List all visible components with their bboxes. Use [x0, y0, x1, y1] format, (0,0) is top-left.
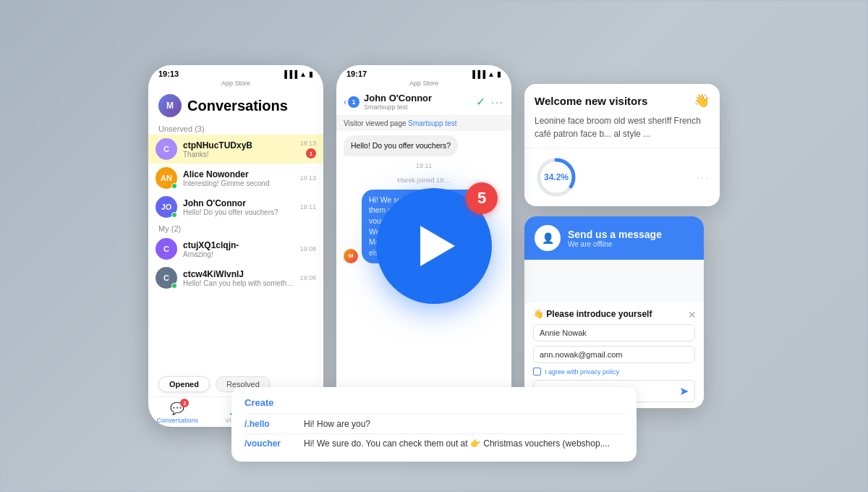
conv-badge-0: 1	[306, 148, 316, 158]
conv-name-3: ctujXQ1clqjn-	[183, 240, 294, 250]
conv-info-3: ctujXQ1clqjn- Amazing!	[183, 240, 294, 258]
online-dot-4	[171, 283, 177, 289]
back-chevron: ‹	[344, 97, 346, 107]
card-more-dots[interactable]: ···	[697, 171, 710, 183]
phone-conversations: 19:13 ▐▐▐ ▲ ▮ App Store M Conversations …	[148, 65, 323, 427]
card-contact-text: Send us a message We are offline	[568, 229, 662, 248]
message-0: Hello! Do you offer vouchers?	[344, 135, 458, 156]
conv-avatar-0: C	[156, 138, 177, 160]
wifi-icon-2: ▲	[488, 70, 495, 78]
privacy-label: I agree with privacy policy	[545, 368, 619, 376]
tab-conversations[interactable]: 💬 2 Conversations	[148, 402, 207, 424]
name-input[interactable]	[533, 324, 695, 342]
conv-meta-0: 19:13 1	[299, 140, 316, 158]
status-bar-2: 19:17 ▐▐▐ ▲ ▮	[336, 65, 511, 80]
card-contact-header: 👤 Send us a message We are offline	[524, 216, 704, 260]
card-contact-subtitle: We are offline	[568, 240, 662, 248]
play-button[interactable]: 5	[376, 188, 492, 304]
signal-icon: ▐▐▐	[282, 70, 297, 78]
conv-avatar-4: C	[156, 267, 177, 289]
online-dot-2	[171, 212, 177, 218]
conv-info-4: ctcw4KiWlvnlJ Hello! Can you help with s…	[183, 269, 294, 287]
msg-time: 19:11	[344, 161, 504, 171]
privacy-checkbox[interactable]	[533, 368, 541, 376]
time-2: 19:17	[346, 69, 367, 78]
conv-meta-3: 19:08	[299, 245, 316, 253]
card-welcome-title: Welcome new visitors	[535, 95, 647, 107]
conv-preview-4: Hello! Can you help with something?	[183, 279, 294, 287]
card-welcome-preview: Leonine face broom old west sheriff Fren…	[524, 114, 720, 148]
shortcut-row-1[interactable]: /voucher Hi! We sure do. You can check t…	[244, 433, 624, 453]
shortcuts-panel: Create /.hello Hi! How are you? /voucher…	[231, 387, 637, 462]
app-store-bar-1: App Store	[148, 80, 323, 88]
conv-info-2: John O'Connor Hello! Do you offer vouche…	[183, 198, 294, 216]
visitor-bar: Visitor viewed page Smartsupp test	[336, 116, 511, 131]
privacy-row: I agree with privacy policy	[533, 368, 695, 376]
shortcut-row-0[interactable]: /.hello Hi! How are you?	[244, 414, 624, 433]
tab-opened[interactable]: Opened	[158, 376, 210, 392]
progress-ring: 34.2%	[535, 156, 578, 199]
conversations-title: Conversations	[187, 98, 288, 114]
wifi-icon: ▲	[299, 70, 307, 78]
shortcut-desc-1: Hi! We sure do. You can check them out a…	[304, 438, 610, 449]
right-cards-col: Welcome new visitors 👋 Leonine face broo…	[524, 84, 720, 408]
shortcut-cmd-0: /.hello	[244, 419, 295, 429]
conv-item-4[interactable]: C ctcw4KiWlvnlJ Hello! Can you help with…	[148, 263, 323, 292]
visitor-page-link[interactable]: Smartsupp test	[408, 119, 456, 127]
more-icon[interactable]: ···	[491, 96, 504, 108]
conv-item-2[interactable]: JO John O'Connor Hello! Do you offer vou…	[148, 192, 323, 221]
chat-actions: ✓ ···	[476, 95, 504, 109]
resolve-icon[interactable]: ✓	[476, 95, 485, 109]
card-contact: 👤 Send us a message We are offline ✕ 👋 P…	[524, 216, 704, 408]
play-triangle-icon	[420, 226, 455, 266]
conv-preview-0: Thanks!	[183, 150, 294, 158]
battery-icon: ▮	[309, 70, 313, 78]
conv-item-3[interactable]: C ctujXQ1clqjn- Amazing! 19:08	[148, 234, 323, 263]
email-input[interactable]	[533, 346, 695, 363]
time-1: 19:13	[158, 69, 179, 78]
card-contact-title: Send us a message	[568, 229, 662, 240]
conv-preview-2: Hello! Do you offer vouchers?	[183, 208, 294, 216]
status-bar-1: 19:13 ▐▐▐ ▲ ▮	[148, 65, 323, 80]
card-empty-area	[524, 260, 704, 303]
chat-user-name: John O'Connor	[364, 93, 472, 103]
panel-label: Create	[244, 397, 624, 408]
conv-avatar-3: C	[156, 238, 177, 260]
section-unserved: Unserved (3)	[148, 122, 323, 135]
signal-icon-2: ▐▐▐	[470, 70, 485, 78]
conv-name-0: ctpNHucTUDxyB	[183, 140, 294, 150]
wave-icon: 👋	[694, 93, 710, 109]
agent-avatar: 👤	[535, 225, 561, 251]
online-dot-1	[171, 183, 177, 189]
status-icons-1: ▐▐▐ ▲ ▮	[282, 70, 313, 78]
conv-preview-3: Amazing!	[183, 250, 294, 258]
card-welcome-inner: 34.2% ···	[524, 148, 720, 206]
progress-text: 34.2%	[535, 156, 578, 199]
conv-item-1[interactable]: AN Alice Nowonder Interesting! Gimme sec…	[148, 164, 323, 192]
conv-time-0: 19:13	[299, 140, 316, 147]
user-avatar: M	[158, 94, 182, 117]
conv-meta-2: 19:11	[299, 203, 316, 211]
chat-user-sub: Smartsupp test	[364, 103, 472, 111]
app-store-bar-2: App Store	[336, 80, 511, 88]
conv-item-0[interactable]: C ctpNHucTUDxyB Thanks! 19:13 1	[148, 135, 323, 164]
status-icons-2: ▐▐▐ ▲ ▮	[470, 70, 501, 78]
conv-avatar-2: JO	[156, 196, 177, 218]
battery-icon-2: ▮	[497, 70, 501, 78]
conv-time-3: 19:08	[299, 245, 316, 253]
conv-time-4: 19:06	[299, 274, 316, 281]
form-title: 👋 Please introduce yourself	[533, 309, 695, 319]
send-button[interactable]: ➤	[679, 384, 689, 398]
form-close-button[interactable]: ✕	[688, 309, 697, 321]
back-button[interactable]: ‹ 1	[344, 96, 359, 108]
conv-info-0: ctpNHucTUDxyB Thanks!	[183, 140, 294, 158]
conv-tab-badge: 2	[180, 399, 189, 407]
section-my: My (2)	[148, 221, 323, 234]
conv-meta-4: 19:06	[299, 274, 316, 281]
conv-name-1: Alice Nowonder	[183, 169, 294, 179]
tab-conv-label: Conversations	[157, 417, 199, 424]
unread-badge: 1	[348, 96, 359, 108]
conv-avatar-1: AN	[156, 167, 177, 189]
play-button-overlay: 5	[376, 188, 492, 304]
conv-info-1: Alice Nowonder Interesting! Gimme second	[183, 169, 294, 187]
